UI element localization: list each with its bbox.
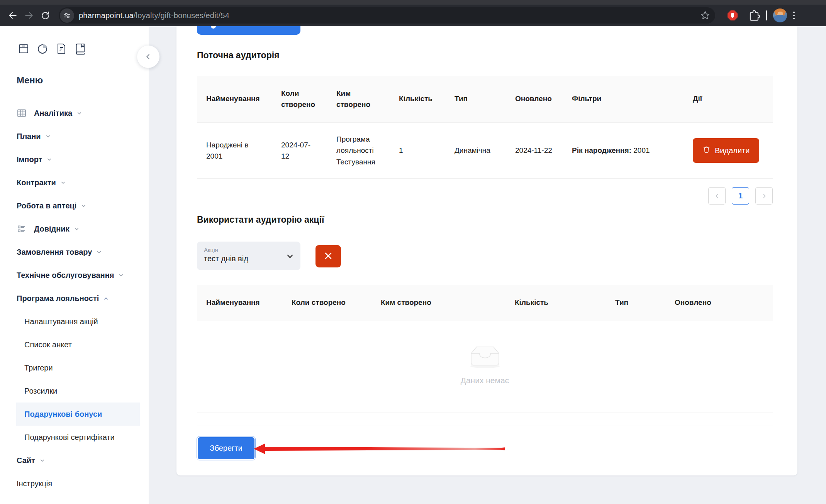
cell-created-by: Програма лояльності Тестування bbox=[327, 123, 390, 179]
use-audience-title: Використати аудиторію акції bbox=[197, 215, 324, 225]
book-icon[interactable] bbox=[74, 42, 87, 56]
sidebar-item-contracts[interactable]: Контракти bbox=[0, 171, 149, 194]
pagination-page-1[interactable]: 1 bbox=[732, 187, 749, 205]
sidebar-item-plans[interactable]: Плани bbox=[0, 125, 149, 148]
toolbar-divider bbox=[766, 10, 767, 20]
pie-chart-icon[interactable] bbox=[36, 42, 49, 56]
extensions-puzzle-icon[interactable] bbox=[748, 10, 760, 21]
sidebar: Меню Аналітика Плани Імпорт Контракти Ро… bbox=[0, 26, 149, 504]
chevron-down-icon bbox=[81, 203, 87, 209]
chevron-down-icon bbox=[96, 249, 102, 255]
annotation-arrow bbox=[254, 442, 509, 455]
sidebar-nav: Аналітика Плани Імпорт Контракти Робота … bbox=[0, 101, 149, 495]
cell-created-when: 2024-07-12 bbox=[272, 123, 327, 179]
table-row: Народжені в 2001 2024-07-12 Програма лоя… bbox=[197, 123, 773, 179]
pagination-next-button[interactable] bbox=[755, 187, 773, 205]
sidebar-item-site[interactable]: Сайт bbox=[0, 449, 149, 472]
trash-icon bbox=[702, 145, 711, 156]
col-created-when: Коли створено bbox=[272, 76, 327, 123]
sidebar-item-goods-order[interactable]: Замовлення товару bbox=[0, 240, 149, 264]
cell-actions: Видалити bbox=[684, 123, 773, 179]
site-info-icon[interactable] bbox=[60, 8, 74, 23]
chevron-down-icon bbox=[286, 252, 294, 262]
col-created-by: Ким створено bbox=[327, 76, 390, 123]
promo-select-value: тест днів від bbox=[204, 254, 293, 263]
sidebar-item-analytics[interactable]: Аналітика bbox=[0, 101, 149, 125]
sidebar-item-questionnaires[interactable]: Список анкет bbox=[0, 333, 149, 356]
tab-strip bbox=[0, 0, 826, 5]
col-type: Тип bbox=[445, 76, 506, 123]
sidebar-item-promo-settings[interactable]: Налаштування акцій bbox=[0, 310, 149, 333]
back-icon[interactable] bbox=[5, 7, 21, 24]
url-path: /loyalty/gift-bonuses/edit/54 bbox=[134, 11, 229, 20]
pagination-prev-button[interactable] bbox=[708, 187, 726, 205]
archive-box-icon[interactable] bbox=[17, 42, 30, 56]
chevron-up-icon bbox=[103, 296, 109, 301]
clear-selection-button[interactable] bbox=[315, 245, 341, 267]
empty-state: Даних немає bbox=[197, 316, 773, 413]
bookmark-star-icon[interactable] bbox=[700, 10, 711, 21]
profile-avatar[interactable] bbox=[773, 8, 787, 22]
sidebar-item-instruction[interactable]: Інструкція bbox=[0, 472, 149, 495]
col-updated: Оновлено bbox=[506, 76, 563, 123]
sidebar-item-gift-certificates[interactable]: Подарункові сертифікати bbox=[0, 426, 149, 449]
url-bar[interactable]: pharmapoint.ua/loyalty/gift-bonuses/edit… bbox=[59, 7, 715, 24]
browser-chrome: pharmapoint.ua/loyalty/gift-bonuses/edit… bbox=[0, 0, 826, 26]
chevron-down-icon bbox=[60, 180, 66, 186]
table-bottom-divider bbox=[197, 426, 773, 426]
col-filters: Фільтри bbox=[563, 76, 684, 123]
document-icon[interactable] bbox=[55, 42, 68, 56]
chevron-down-icon bbox=[118, 272, 124, 278]
cell-type: Динамічна bbox=[445, 123, 506, 179]
chevron-down-icon bbox=[45, 134, 51, 139]
cell-updated: 2024-11-22 bbox=[506, 123, 563, 179]
sidebar-item-gift-bonuses[interactable]: Подарункові бонуси bbox=[0, 403, 149, 426]
promo-select-label: Акція bbox=[204, 247, 293, 253]
sidebar-item-pharmacy-work[interactable]: Робота в аптеці bbox=[0, 194, 149, 217]
col-count: Кількість bbox=[390, 76, 445, 123]
col-name: Найменування bbox=[197, 76, 272, 123]
chevron-down-icon bbox=[76, 110, 82, 116]
cell-count: 1 bbox=[390, 123, 445, 179]
sidebar-item-import[interactable]: Імпорт bbox=[0, 148, 149, 171]
grid-icon bbox=[17, 108, 27, 118]
cell-name: Народжені в 2001 bbox=[197, 123, 272, 179]
chevron-down-icon bbox=[74, 226, 80, 232]
main-content-card: Поточна аудиторія Найменування Коли ство… bbox=[176, 26, 797, 475]
top-cut-button[interactable] bbox=[197, 26, 300, 35]
chevron-down-icon bbox=[46, 157, 52, 162]
chevron-down-icon bbox=[39, 458, 45, 463]
chrome-menu-icon[interactable] bbox=[793, 12, 795, 19]
reload-icon[interactable] bbox=[37, 7, 53, 24]
current-audience-table: Найменування Коли створено Ким створено … bbox=[197, 76, 773, 179]
empty-inbox-icon bbox=[467, 343, 503, 370]
close-icon bbox=[323, 251, 333, 262]
url-text: pharmapoint.ua/loyalty/gift-bonuses/edit… bbox=[79, 11, 229, 20]
sidebar-item-maintenance[interactable]: Технічне обслуговування bbox=[0, 264, 149, 287]
delete-button[interactable]: Видалити bbox=[693, 138, 759, 163]
list-icon bbox=[17, 224, 27, 234]
sidebar-collapse-button[interactable] bbox=[137, 46, 159, 68]
forward-icon[interactable] bbox=[21, 7, 37, 24]
col-actions: Дії bbox=[684, 76, 773, 123]
empty-state-text: Даних немає bbox=[461, 376, 509, 385]
adblock-icon[interactable] bbox=[727, 10, 738, 21]
browser-toolbar: pharmapoint.ua/loyalty/gift-bonuses/edit… bbox=[0, 5, 826, 26]
sidebar-item-loyalty-program[interactable]: Програма лояльності bbox=[0, 287, 149, 310]
table-header-row: Найменування Коли створено Ким створено … bbox=[197, 76, 773, 123]
button-icon-fragment bbox=[211, 26, 216, 29]
sidebar-item-directory[interactable]: Довідник bbox=[0, 217, 149, 240]
sidebar-item-mailings[interactable]: Розсилки bbox=[0, 379, 149, 403]
sidebar-item-triggers[interactable]: Тригери bbox=[0, 356, 149, 379]
promo-select[interactable]: Акція тест днів від bbox=[197, 242, 300, 270]
pagination: 1 bbox=[197, 187, 773, 205]
sidebar-quick-icons bbox=[17, 42, 87, 56]
cell-filters: Рік народження: 2001 bbox=[563, 123, 684, 179]
save-button[interactable]: Зберегти bbox=[198, 437, 254, 459]
url-host: pharmapoint.ua bbox=[79, 11, 134, 20]
current-audience-title: Поточна аудиторія bbox=[197, 50, 280, 61]
sidebar-menu-title: Меню bbox=[17, 75, 43, 86]
